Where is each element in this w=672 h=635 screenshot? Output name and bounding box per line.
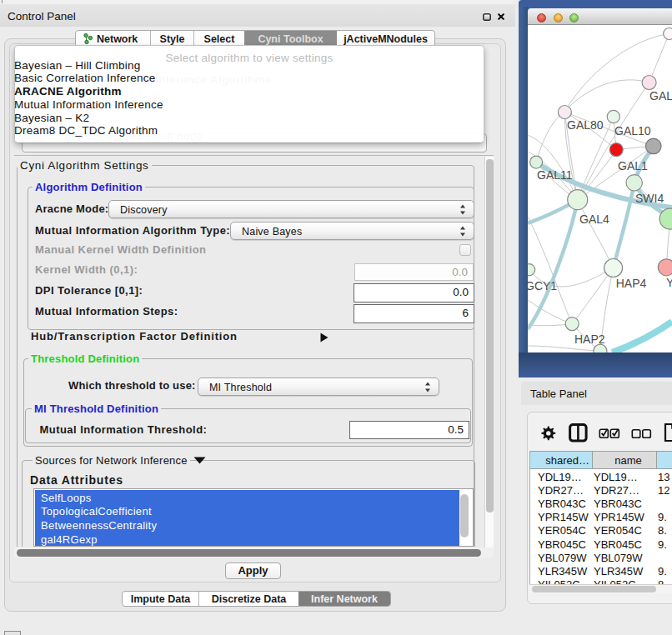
svg-text:GAL2: GAL2 [649,89,672,102]
svg-text:GAL10: GAL10 [614,124,651,138]
svg-text:GAL80: GAL80 [567,118,604,132]
svg-text:SWI4: SWI4 [635,192,664,205]
svg-text:GAL11: GAL11 [537,168,573,182]
svg-text:GAL1: GAL1 [618,159,648,172]
svg-text:GAL4: GAL4 [579,212,609,226]
svg-text:Y: Y [666,276,672,289]
svg-text:GCY1: GCY1 [528,279,557,292]
svg-text:HAP4: HAP4 [616,277,647,290]
svg-text:HAP2: HAP2 [574,332,605,346]
